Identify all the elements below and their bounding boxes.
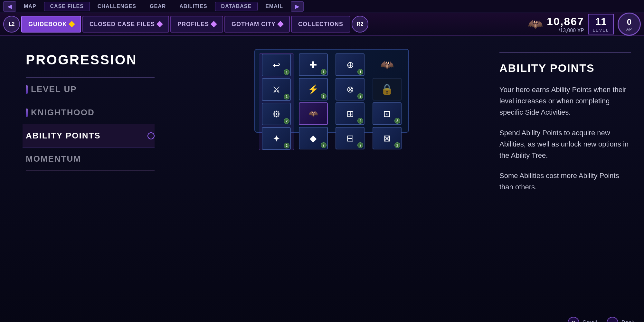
ability-icon-3-2: ⊡ <box>383 109 391 119</box>
ability-column-1: ✚ 1 ⚡ 1 🦇 ◆ 2 <box>296 53 331 150</box>
ability-slot-3-3[interactable]: ⊠ 2 <box>373 127 402 149</box>
ability-badge-1-3: 2 <box>321 142 327 148</box>
ability-icon-1-2: 🦇 <box>308 109 318 118</box>
nav-right-arrow[interactable]: ▶ <box>291 1 304 12</box>
subnav-database[interactable]: DATABASE <box>215 2 258 11</box>
ability-icon-1-3: ◆ <box>310 133 317 144</box>
bat-icon-large: 🦇 <box>380 58 394 71</box>
subnav-challenges[interactable]: CHALLENGES <box>92 2 142 11</box>
subnav-gear[interactable]: GEAR <box>144 2 172 11</box>
ability-icon-2-1: ⊗ <box>346 84 354 95</box>
ability-badge-3-3: 2 <box>394 142 400 148</box>
ap-label: AP <box>626 27 632 32</box>
ability-icon-0-3: ✦ <box>273 133 280 144</box>
ability-badge-0-2: 2 <box>284 118 289 124</box>
profiles-diamond-icon <box>211 21 217 27</box>
xp-value: 10,867 <box>547 15 584 28</box>
ability-slot-2-1[interactable]: ⊗ 2 <box>336 78 365 100</box>
ability-icon-1-0: ✚ <box>309 60 317 70</box>
ability-slot-0-2[interactable]: ⚙ 2 <box>262 103 291 125</box>
back-label: Back <box>621 319 634 322</box>
ability-icon-2-0: ⊕ <box>346 60 354 70</box>
ability-icon-0-0: ↩ <box>273 60 280 71</box>
sidebar-item-level-up[interactable]: LEVEL UP <box>26 78 155 101</box>
ability-slot-0-0[interactable]: ↩ 1 <box>262 54 291 76</box>
scroll-button-icon[interactable]: R <box>568 317 579 322</box>
ability-slot-2-2[interactable]: ⊞ 2 <box>336 102 365 125</box>
bottom-controls: R Scroll ○ Back <box>568 317 634 322</box>
ability-slot-2-0[interactable]: ⊕ 1 <box>336 53 365 76</box>
sidebar-item-ability-points[interactable]: ABILITY POINTS <box>23 124 155 147</box>
tab-gotham-city[interactable]: GOTHAM CITY <box>224 16 290 33</box>
r2-button[interactable]: R2 <box>352 16 368 33</box>
ability-badge-0-0: 1 <box>284 69 289 75</box>
xp-max: /13,000 XP <box>559 28 584 33</box>
level-number: 11 <box>595 16 607 28</box>
sub-navigation: ◀ MAP CASE FILES CHALLENGES GEAR ABILITI… <box>0 0 644 13</box>
ability-column-3: 🦇 🔒 ⊡ 2 ⊠ 2 <box>370 53 405 150</box>
subnav-email[interactable]: EMAIL <box>260 2 289 11</box>
scroll-label: Scroll <box>582 319 597 322</box>
hud-area: 🦇 10,867 /13,000 XP 11 LEVEL 0 AP <box>528 13 641 36</box>
ability-icon-2-2: ⊞ <box>346 109 354 119</box>
panel-text-1: Your hero earns Ability Points when thei… <box>499 84 631 118</box>
ability-badge-0-1: 1 <box>284 94 289 99</box>
ability-icon-0-1: ⚔ <box>272 84 280 95</box>
xp-info: 10,867 /13,000 XP <box>547 15 584 33</box>
ability-badge-2-1: 2 <box>357 93 363 99</box>
ap-circle: 0 AP <box>618 13 641 36</box>
tab-collections[interactable]: COLLECTIONS <box>291 16 350 33</box>
subnav-map[interactable]: MAP <box>18 2 42 11</box>
ability-icon-2-3: ⊟ <box>346 133 354 144</box>
ability-slot-3-2[interactable]: ⊡ 2 <box>373 102 402 125</box>
ap-number: 0 <box>627 17 631 27</box>
ability-icon-1-1: ⚡ <box>308 84 319 95</box>
ability-badge-2-2: 2 <box>357 118 363 124</box>
ability-badge-2-0: 1 <box>357 69 363 75</box>
subnav-case-files[interactable]: CASE FILES <box>44 2 90 11</box>
panel-bottom-divider <box>499 309 644 309</box>
level-box: 11 LEVEL <box>588 14 614 34</box>
l2-button[interactable]: L2 <box>3 16 20 33</box>
main-navigation: L2 GUIDEBOOK CLOSED CASE FILES PROFILES … <box>0 13 644 36</box>
tab-closed-case-files[interactable]: CLOSED CASE FILES <box>82 16 169 33</box>
level-label: LEVEL <box>593 28 609 33</box>
lock-icon: 🔒 <box>381 83 393 95</box>
ability-badge-3-2: 2 <box>394 118 400 124</box>
main-content: PROGRESSION LEVEL UP KNIGHTHOOD ABILITY … <box>0 36 644 322</box>
sidebar: PROGRESSION LEVEL UP KNIGHTHOOD ABILITY … <box>0 36 180 322</box>
ability-badge-2-3: 2 <box>357 142 363 148</box>
ability-slot-0-1[interactable]: ⚔ 1 <box>262 78 291 101</box>
ability-column-0: ↩ 1 ⚔ 1 ⚙ 2 ✦ 2 <box>259 53 294 150</box>
ability-slot-1-1[interactable]: ⚡ 1 <box>299 78 328 100</box>
sidebar-item-momentum[interactable]: MOMENTUM <box>26 147 155 171</box>
ability-slot-3-1-locked: 🔒 <box>373 78 402 100</box>
ability-slot-1-2[interactable]: 🦇 <box>299 102 328 125</box>
batman-logo-icon: 🦇 <box>528 17 543 31</box>
ability-badge-0-3: 2 <box>284 143 289 148</box>
subnav-abilities[interactable]: ABILITIES <box>174 2 213 11</box>
ability-slot-2-3[interactable]: ⊟ 2 <box>336 127 365 149</box>
ability-badge-1-1: 1 <box>321 93 327 99</box>
closed-case-files-diamond-icon <box>156 21 163 27</box>
panel-top-divider <box>499 52 631 53</box>
ability-slot-1-0[interactable]: ✚ 1 <box>299 53 328 76</box>
nav-left-arrow[interactable]: ◀ <box>3 1 16 12</box>
guidebook-diamond-icon <box>69 21 75 27</box>
gotham-city-diamond-icon <box>277 21 284 27</box>
ability-slot-1-3[interactable]: ◆ 2 <box>299 127 328 149</box>
ability-slot-3-0: 🦇 <box>373 53 402 76</box>
ability-tree: ↩ 1 ⚔ 1 ⚙ 2 ✦ 2 ✚ <box>254 49 409 133</box>
sidebar-item-knighthood[interactable]: KNIGHTHOOD <box>26 101 155 124</box>
panel-title: ABILITY POINTS <box>499 62 631 74</box>
ability-icon-3-3: ⊠ <box>383 133 391 144</box>
ability-slot-0-3[interactable]: ✦ 2 <box>262 127 291 150</box>
back-button-icon[interactable]: ○ <box>607 317 618 322</box>
right-panel: ABILITY POINTS Your hero earns Ability P… <box>483 36 644 322</box>
ability-column-2: ⊕ 1 ⊗ 2 ⊞ 2 ⊟ 2 <box>333 53 368 150</box>
tab-profiles[interactable]: PROFILES <box>170 16 223 33</box>
scroll-control: R Scroll <box>568 317 597 322</box>
level-up-progress-bar <box>26 85 28 94</box>
ability-badge-1-0: 1 <box>321 69 327 75</box>
tab-guidebook[interactable]: GUIDEBOOK <box>21 16 81 33</box>
